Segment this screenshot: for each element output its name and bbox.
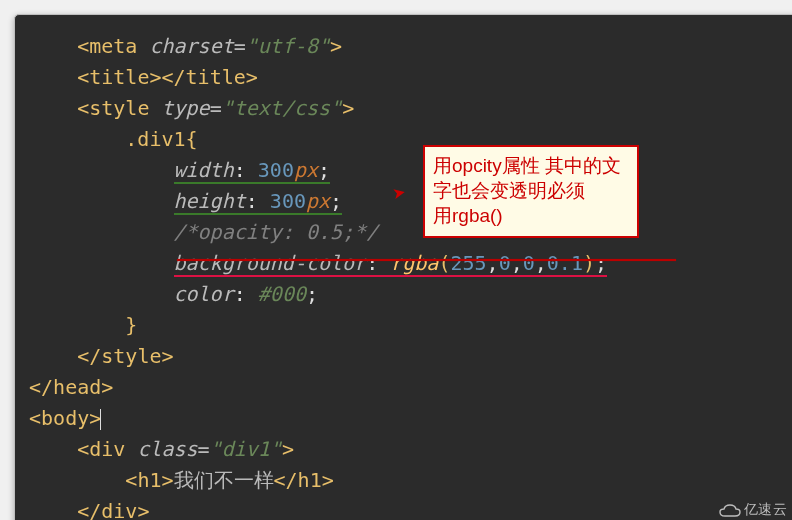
callout-line: 字也会变透明必须 (433, 180, 585, 201)
cloud-icon (719, 504, 741, 518)
text-cursor (100, 409, 101, 430)
underline-red (177, 259, 676, 261)
code-editor[interactable]: <meta charset="utf-8"> <title></title> <… (14, 14, 792, 520)
callout-line: 用rgba() (433, 205, 503, 226)
code-block[interactable]: <meta charset="utf-8"> <title></title> <… (29, 31, 791, 520)
watermark: 亿速云 (719, 501, 788, 519)
callout-line: 用opcity属性 其中的文 (433, 155, 621, 176)
annotation-callout: 用opcity属性 其中的文 字也会变透明必须 用rgba() (423, 145, 639, 238)
